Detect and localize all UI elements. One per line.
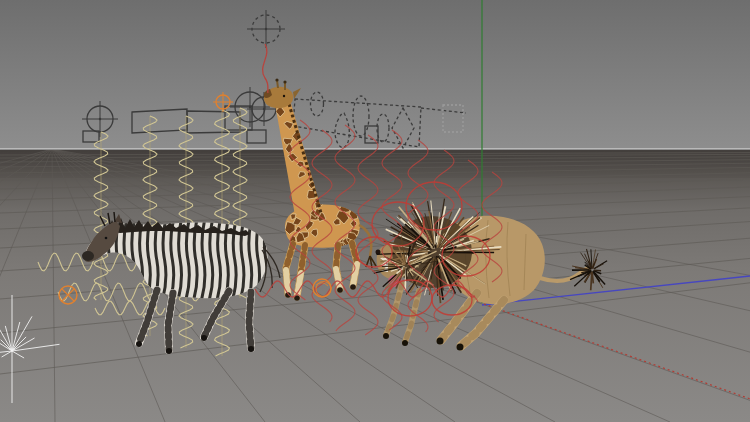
- giraffe-eye: [283, 95, 285, 97]
- scene-canvas: [0, 0, 750, 422]
- giraffe-ossicone-knob: [283, 80, 286, 83]
- sky-background: [0, 0, 750, 151]
- zebra-muzzle: [82, 251, 94, 261]
- giraffe-ossicone-knob: [275, 78, 278, 81]
- zebra-eye: [105, 237, 108, 240]
- viewport-3d: [0, 0, 750, 422]
